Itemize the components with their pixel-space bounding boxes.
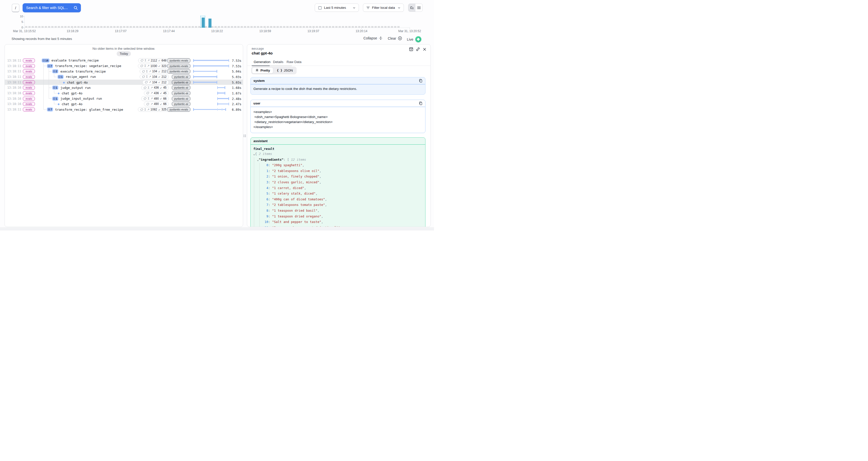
- calendar-icon: [318, 6, 322, 10]
- token-usage-badge: Σ↗490↙66: [141, 96, 169, 101]
- copy-icon[interactable]: [419, 101, 423, 105]
- service-badge: evals: [23, 64, 35, 68]
- x-tick-mark: [24, 28, 25, 29]
- tree-connector-elbow: [49, 88, 52, 88]
- row-timestamp: 13:18:16: [7, 102, 21, 106]
- tree-connector-elbow: [54, 101, 54, 104]
- trace-row[interactable]: 13:18:11evals⊟1recipe_agent runΣ↗104↙212…: [5, 74, 243, 80]
- user-message-card: user <examples> <dish_name>Spaghetti Bol…: [250, 100, 426, 133]
- x-tick-label: 13:18:22: [211, 29, 223, 33]
- histogram-bar[interactable]: [209, 19, 212, 28]
- span-kind-label: message: [252, 47, 264, 51]
- span-duration-bar: [193, 59, 229, 62]
- y-tick-label: 10: [20, 15, 23, 18]
- pretty-toggle[interactable]: Pretty: [252, 67, 273, 73]
- trace-row[interactable]: 13:18:11evals⊟7transform_recipe: vegetar…: [5, 63, 243, 69]
- span-leaf-icon: ◆: [58, 92, 60, 94]
- instrumentation-badge: pydantic-evals: [167, 107, 190, 112]
- final-result-label: final_result: [251, 145, 425, 151]
- row-timestamp: 13:18:16: [7, 91, 21, 95]
- showing-records-text: Showing records from the last 5 minutes: [11, 37, 72, 41]
- tabs-scrollbar[interactable]: [270, 65, 292, 66]
- span-duration: 5.03s: [232, 75, 241, 79]
- list-view-toggle[interactable]: [415, 4, 423, 11]
- service-badge: evals: [23, 107, 35, 112]
- service-badge: evals: [23, 75, 35, 79]
- live-indicator-icon[interactable]: [415, 36, 422, 42]
- span-name: chat gpt-4o: [62, 91, 82, 95]
- tree-connector-line: [43, 80, 44, 85]
- collapse-node-button[interactable]: ⊟1: [52, 97, 58, 101]
- span-duration: 7.53s: [232, 64, 241, 68]
- trace-row[interactable]: 13:18:16evals◆chat gpt-4o↗490↙66pydantic…: [5, 101, 243, 107]
- token-usage-badge: Σ↗104↙212: [140, 69, 169, 73]
- trace-row[interactable]: 13:18:11evals⊟2execute transform_recipeΣ…: [5, 68, 243, 74]
- clear-icon: [398, 36, 402, 40]
- panel-resize-handle[interactable]: [243, 133, 246, 139]
- token-usage-badge: ↗104↙212: [143, 80, 169, 85]
- collapse-button[interactable]: Collapse: [364, 36, 383, 40]
- collapse-node-button[interactable]: ⊟16: [42, 59, 50, 63]
- span-duration: 6.89s: [232, 108, 241, 112]
- tab-raw-data[interactable]: Raw Data: [286, 60, 301, 64]
- span-duration: 2.48s: [232, 97, 241, 100]
- x-tick-mark: [313, 28, 314, 29]
- final-result-json-tree[interactable]: ⌄{ 2 items ⌄"ingredients": [ 12 items 0:…: [251, 151, 425, 227]
- trace-row[interactable]: 13:18:16evals⊟1judge_input_output runΣ↗4…: [5, 96, 243, 101]
- tree-view-toggle[interactable]: [408, 4, 415, 11]
- row-timestamp: 13:18:11: [7, 69, 21, 73]
- system-message-text: Generate a recipe to cook the dish that …: [251, 84, 425, 93]
- x-tick-mark: [217, 28, 217, 29]
- copy-link-icon[interactable]: [416, 47, 420, 51]
- system-message-card: system Generate a recipe to cook the dis…: [250, 77, 426, 95]
- histogram-selection: [200, 16, 205, 28]
- tree-connector-elbow: [54, 74, 54, 77]
- service-badge: evals: [23, 102, 35, 106]
- y-tick-label: 0: [22, 26, 23, 29]
- trace-row[interactable]: 13:18:11evals⊟16evaluate transform_recip…: [5, 58, 243, 63]
- row-timestamp: 13:18:16: [7, 86, 21, 89]
- expand-node-button[interactable]: ⊞7: [47, 107, 53, 112]
- row-timestamp: 13:18:16: [7, 97, 21, 100]
- trace-row[interactable]: 13:18:11evals⊞7transform_recipe: gluten_…: [5, 107, 243, 112]
- braces-icon: { }: [277, 69, 282, 72]
- empty-notice-text: No older items in the selected time wind…: [5, 47, 243, 51]
- filter-local-data-dropdown[interactable]: Filter local data: [363, 3, 404, 12]
- span-duration: 5.04s: [232, 69, 241, 73]
- span-name: transform_recipe: gluten_free_recipe: [55, 108, 123, 112]
- tree-connector-elbow: [49, 98, 52, 99]
- tab-details[interactable]: Details: [273, 60, 283, 64]
- span-duration: 1.67s: [232, 91, 241, 95]
- y-tick-mark: [23, 17, 24, 17]
- user-message-text: <examples> <dish_name>Spaghetti Bolognes…: [253, 110, 423, 129]
- chart-baseline-dashes: [25, 26, 400, 28]
- tree-connector-elbow: [43, 66, 46, 66]
- trace-row[interactable]: 13:18:16evals◆chat gpt-4o↗436↙45pydantic…: [5, 90, 243, 96]
- copy-icon[interactable]: [419, 79, 423, 83]
- trace-row[interactable]: 13:18:11evals◆chat gpt-4o↗104↙212pydanti…: [5, 80, 243, 85]
- tab-generation[interactable]: Generation: [254, 60, 271, 64]
- clear-button[interactable]: Clear: [388, 36, 402, 40]
- collapse-node-button[interactable]: ⊟1: [58, 75, 64, 79]
- span-duration-bar: [193, 97, 229, 100]
- span-duration-bar: [193, 70, 229, 73]
- span-name: chat gpt-4o: [62, 102, 82, 106]
- close-icon[interactable]: [423, 48, 427, 51]
- pretty-label: Pretty: [260, 68, 270, 72]
- service-badge: evals: [23, 80, 35, 84]
- json-indent-guide: [259, 163, 260, 227]
- x-tick-mark: [169, 28, 169, 29]
- collapse-node-button[interactable]: ⊟2: [52, 69, 58, 73]
- collapse-label: Collapse: [364, 36, 377, 40]
- collapse-node-button[interactable]: ⊟1: [52, 86, 58, 90]
- trace-row[interactable]: 13:18:16evals⊟1judge_output runΣ↗436↙45p…: [5, 85, 243, 90]
- json-toggle[interactable]: { } JSON: [274, 67, 296, 73]
- search-button[interactable]: Search & filter with SQL...: [23, 3, 81, 12]
- x-tick-label: 13:17:44: [163, 29, 175, 33]
- token-usage-badge: Σ↗1082↙325: [138, 107, 169, 112]
- records-histogram[interactable]: 1050Mar 31, 13:15:5213:16:2913:17:0713:1…: [0, 14, 434, 34]
- collapse-node-button[interactable]: ⊟7: [47, 64, 53, 68]
- time-range-dropdown[interactable]: Last 5 minutes: [315, 3, 359, 12]
- live-toggle[interactable]: Live: [407, 36, 422, 42]
- dock-panel-icon[interactable]: [409, 47, 413, 51]
